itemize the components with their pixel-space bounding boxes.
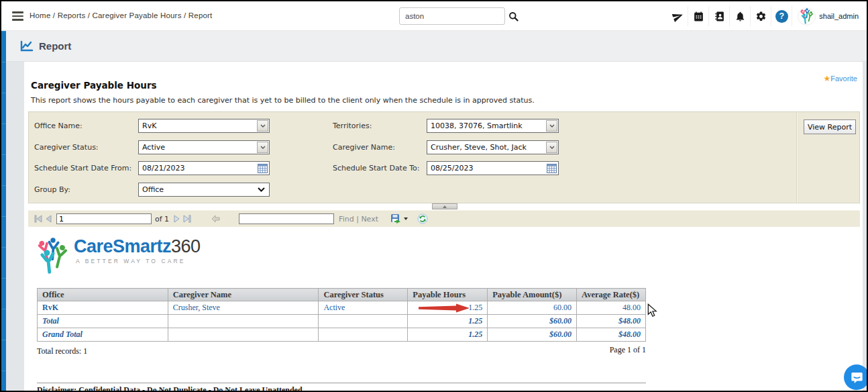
caresmartz-logo: CareSmartz360 A BETTER WAY TO CARE [38, 237, 201, 275]
settings-gear-icon[interactable] [751, 6, 771, 26]
table-header-row: Office Caregiver Name Caregiver Status P… [38, 289, 646, 301]
calendar-picker-icon[interactable] [258, 163, 268, 173]
panel-divider [796, 112, 798, 203]
logo-tagline: A BETTER WAY TO CARE [74, 258, 201, 264]
last-page-button[interactable] [182, 215, 192, 223]
grand-total-payable-amount: $60.00 [488, 328, 577, 342]
topbar-icon-group: ? shail_admin [667, 1, 863, 31]
caresmartz-logo-mark [38, 237, 68, 275]
calendar-icon[interactable] [688, 6, 709, 26]
caregiver-status-label: Caregiver Status: [34, 143, 99, 152]
grand-total-row: Grand Total 1.25 $60.00 $48.00 [38, 328, 646, 342]
group-by-select[interactable]: Office [138, 183, 270, 197]
page-number-input[interactable] [56, 213, 152, 224]
global-search [399, 7, 505, 25]
chevron-down-icon[interactable] [257, 120, 268, 132]
parameters-collapse-handle[interactable] [432, 203, 457, 209]
grand-total-payable-hours: 1.25 [408, 328, 488, 342]
contacts-icon[interactable] [709, 6, 730, 26]
schedule-start-date-from-input[interactable]: 08/21/2023 [138, 161, 270, 175]
group-by-label: Group By: [34, 185, 70, 194]
favorite-star-icon: ★ [823, 74, 830, 83]
territories-value: 10038, 37076, Smartlink [431, 121, 523, 130]
grand-total-average-rate: $48.00 [577, 328, 646, 342]
back-to-parent-report-button[interactable] [211, 215, 220, 223]
column-caregiver-status: Caregiver Status [319, 289, 408, 301]
help-icon[interactable]: ? [771, 6, 792, 26]
export-dropdown-caret-icon[interactable] [404, 217, 408, 220]
find-next-separator: | [356, 215, 359, 224]
section-title: Report [39, 40, 71, 52]
office-name-select[interactable]: RvK [138, 119, 270, 133]
view-report-button[interactable]: View Report [804, 119, 856, 134]
caregiver-name-select[interactable]: Crusher, Steve, Shot, Jack [427, 140, 559, 154]
chevron-down-icon[interactable] [257, 142, 268, 153]
refresh-button[interactable] [417, 213, 428, 224]
calendar-picker-icon[interactable] [547, 163, 557, 173]
schedule-start-date-to-input[interactable]: 08/25/2023 [427, 161, 559, 175]
schedule-start-date-from-label: Schedule Start Date From: [34, 164, 131, 173]
total-label: Total [38, 315, 168, 328]
total-payable-amount: $60.00 [488, 315, 577, 328]
territories-select[interactable]: 10038, 37076, Smartlink [427, 119, 559, 133]
collapsed-sidebar[interactable] [1, 31, 6, 391]
find-link[interactable]: Find [339, 215, 354, 224]
schedule-start-date-from-value: 08/21/2023 [142, 164, 184, 173]
app-window: Home / Reports / Caregiver Payable Hours… [0, 0, 868, 392]
first-page-button[interactable] [34, 215, 43, 223]
next-page-button[interactable] [173, 215, 180, 223]
favorite-label: Favorite [830, 75, 857, 83]
caregiver-name-label: Caregiver Name: [333, 143, 395, 152]
user-avatar-logo[interactable] [798, 7, 816, 26]
chat-bubble-icon [851, 371, 863, 384]
total-average-rate: $48.00 [577, 315, 646, 328]
annotation-arrow [418, 303, 470, 315]
main-content: Caregiver Payable Hours This report show… [24, 62, 863, 391]
page-count-label: of 1 [155, 215, 169, 224]
disclaimer: Disclaimer: Confidential Data - Do Not D… [37, 383, 646, 392]
previous-page-button[interactable] [45, 215, 52, 223]
caregiver-status-select[interactable]: Active [138, 140, 270, 154]
grand-total-empty-cell [319, 328, 408, 342]
group-by-value: Office [142, 185, 164, 194]
page-title: Caregiver Payable Hours [31, 80, 157, 91]
caregiver-status-value: Active [142, 143, 165, 152]
cell-caregiver-name: Crusher, Steve [168, 301, 319, 315]
find-next-links: Find | Next [339, 215, 378, 224]
top-navigation-bar: Home / Reports / Caregiver Payable Hours… [1, 1, 867, 31]
line-chart-icon [20, 40, 34, 52]
chat-launcher-button[interactable] [844, 364, 868, 390]
caregiver-name-value: Crusher, Steve, Shot, Jack [431, 143, 527, 152]
search-icon[interactable] [508, 11, 519, 21]
total-empty-cell [319, 315, 408, 328]
cell-payable-amount: 60.00 [488, 301, 577, 315]
schedule-start-date-to-value: 08/25/2023 [431, 164, 473, 173]
report-parameters-panel: Office Name: RvK Territories: 10038, 370… [28, 111, 860, 203]
notifications-bell-icon[interactable] [730, 6, 751, 26]
chevron-down-icon [258, 187, 265, 192]
total-empty-cell [168, 315, 319, 328]
menu-icon[interactable] [12, 11, 23, 21]
breadcrumb[interactable]: Home / Reports / Caregiver Payable Hours… [30, 11, 213, 19]
cell-caregiver-status: Active [319, 301, 408, 315]
column-office: Office [38, 289, 168, 301]
find-text-input[interactable] [239, 213, 334, 224]
mouse-cursor [647, 303, 657, 320]
cell-office: RvK [38, 301, 168, 315]
favorite-button[interactable]: ★Favorite [823, 74, 857, 83]
column-average-rate: Average Rate($) [577, 289, 646, 301]
section-header-bar: Report [1, 31, 867, 62]
chevron-down-icon[interactable] [546, 142, 557, 153]
column-payable-amount: Payable Amount($) [488, 289, 577, 301]
logo-wordmark: CareSmartz360 [74, 237, 201, 256]
schedule-start-date-to-label: Schedule Start Date To: [333, 164, 420, 173]
next-link[interactable]: Next [361, 215, 378, 224]
send-icon[interactable] [667, 6, 688, 26]
page-indicator: Page 1 of 1 [37, 345, 646, 355]
export-button[interactable] [390, 213, 408, 224]
office-name-value: RvK [142, 121, 156, 130]
username-label[interactable]: shail_admin [819, 12, 859, 20]
search-input[interactable] [400, 12, 508, 20]
chevron-down-icon[interactable] [546, 120, 557, 132]
column-caregiver-name: Caregiver Name [168, 289, 319, 301]
